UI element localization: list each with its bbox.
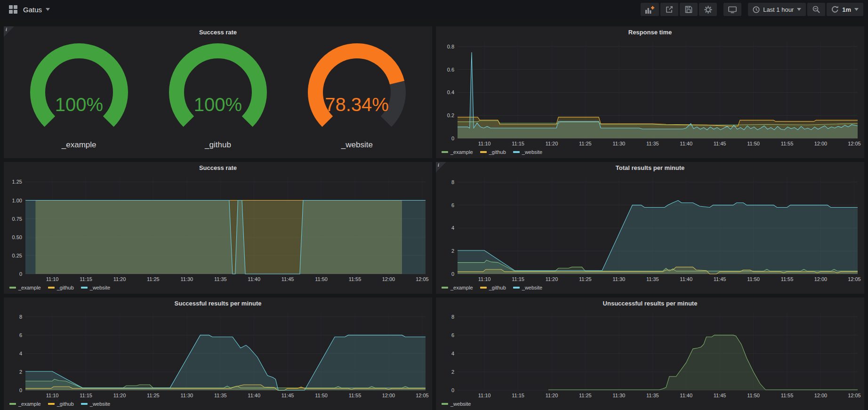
legend-swatch [480, 151, 487, 153]
x-tick-label: 11:20 [546, 393, 558, 398]
y-tick-label: 1.00 [12, 198, 22, 203]
x-tick-label: 11:15 [512, 141, 524, 146]
dashboard-title-dropdown[interactable]: Gatus [23, 6, 50, 14]
legend-item[interactable]: _github [480, 285, 506, 290]
refresh-interval-label: 1m [842, 6, 851, 13]
panel-title[interactable]: Success rate [4, 162, 432, 174]
refresh-icon [831, 6, 839, 13]
panel-title[interactable]: Successful results per minute [4, 297, 432, 309]
save-button[interactable] [680, 3, 698, 16]
dashboard-title: Gatus [23, 6, 42, 14]
legend-item[interactable]: _website [81, 285, 110, 290]
chart-plot[interactable]: 11:1011:1511:2011:2511:3011:3511:4011:45… [436, 38, 864, 148]
chart-area[interactable]: 11:1011:1511:2011:2511:3011:3511:4011:45… [436, 38, 864, 148]
chart-plot[interactable]: 11:1011:1511:2011:2511:3011:3511:4011:45… [436, 174, 864, 283]
navbar-left: Gatus [5, 5, 50, 14]
y-tick-label: 6 [451, 202, 454, 208]
gauge-figure: 100% [147, 39, 289, 139]
gauge: 100% [147, 39, 289, 139]
chart-area[interactable]: 11:1011:1511:2011:2511:3011:3511:4011:45… [4, 309, 432, 400]
x-tick-label: 12:05 [416, 393, 429, 398]
tv-mode-button[interactable] [723, 3, 741, 16]
legend-item[interactable]: _example [442, 149, 473, 155]
legend-item[interactable]: _github [480, 149, 506, 155]
chart-plot[interactable]: 11:1011:1511:2011:2511:3011:3511:4011:45… [4, 174, 432, 283]
chart-area[interactable]: 11:1011:1511:2011:2511:3011:3511:4011:45… [436, 309, 864, 400]
chart-legend: _example_github_website [4, 283, 432, 294]
x-tick-label: 11:50 [315, 276, 328, 282]
panel-title[interactable]: Success rate [4, 26, 432, 38]
chart-legend: _example_github_website [436, 148, 864, 158]
gauge-figure: 78.34% [286, 39, 427, 139]
zoom-out-button[interactable] [807, 3, 825, 16]
caret-down-icon [854, 8, 859, 11]
legend-label: _example [450, 285, 473, 290]
y-tick-label: 0.50 [12, 234, 22, 240]
y-tick-label: 8 [451, 179, 454, 185]
gauge-value: 100% [194, 94, 242, 115]
y-tick-label: 8 [19, 314, 22, 320]
add-panel-button[interactable] [641, 3, 659, 16]
legend-item[interactable]: _github [48, 401, 74, 407]
legend-label: _website [522, 149, 542, 155]
y-tick-label: 0.8 [447, 44, 454, 49]
legend-item[interactable]: _example [9, 285, 41, 290]
legend-item[interactable]: _website [513, 149, 542, 155]
y-tick-label: 2 [451, 369, 454, 375]
legend-swatch [81, 403, 88, 405]
panel-title[interactable]: Unsuccessful results per minute [436, 297, 864, 309]
series-area [25, 201, 426, 274]
legend-swatch [81, 287, 88, 289]
panel-title[interactable]: Response time [436, 26, 864, 38]
panel-title[interactable]: Total results per minute [436, 162, 864, 174]
x-tick-label: 12:00 [382, 276, 395, 282]
top-navbar: Gatus [0, 0, 868, 19]
gauge-value: 100% [55, 94, 103, 115]
y-tick-label: 4 [451, 225, 454, 231]
x-tick-label: 11:15 [512, 393, 524, 398]
info-icon: i [6, 27, 7, 32]
y-tick-label: 0 [451, 271, 454, 277]
x-tick-label: 11:25 [147, 276, 160, 282]
time-range-picker[interactable]: Last 1 hour [748, 3, 806, 16]
legend-item[interactable]: _website [513, 285, 542, 290]
legend-item[interactable]: _website [81, 401, 110, 407]
chart-area[interactable]: 11:1011:1511:2011:2511:3011:3511:4011:45… [4, 174, 432, 283]
chart-area[interactable]: 11:1011:1511:2011:2511:3011:3511:4011:45… [436, 174, 864, 283]
legend-item[interactable]: _example [9, 401, 41, 407]
y-tick-label: 6 [451, 332, 454, 338]
time-range-label: Last 1 hour [763, 6, 794, 13]
gauge-example: 100% _example [10, 39, 147, 155]
legend-label: _github [57, 285, 74, 290]
legend-item[interactable]: _github [48, 285, 74, 290]
x-tick-label: 12:00 [814, 276, 828, 282]
legend-swatch [513, 151, 520, 153]
refresh-button[interactable]: 1m [827, 3, 863, 16]
x-tick-label: 11:20 [113, 276, 126, 282]
info-icon: i [438, 162, 439, 168]
settings-button[interactable] [699, 3, 717, 16]
chart-plot[interactable]: 11:1011:1511:2011:2511:3011:3511:4011:45… [436, 309, 864, 400]
panel-successful-results: Successful results per minute 11:1011:15… [4, 297, 432, 410]
x-tick-label: 11:50 [747, 276, 760, 282]
x-tick-label: 12:00 [814, 141, 828, 146]
x-tick-label: 11:45 [714, 141, 726, 146]
x-tick-label: 11:35 [214, 393, 227, 398]
legend-swatch [9, 287, 16, 289]
x-tick-label: 11:30 [181, 276, 193, 282]
y-tick-label: 0 [19, 387, 22, 393]
panel-total-results: i Total results per minute 11:1011:1511:… [436, 162, 864, 294]
legend-label: _website [450, 401, 471, 407]
share-button[interactable] [660, 3, 678, 16]
x-tick-label: 11:30 [181, 393, 193, 398]
x-tick-label: 12:05 [848, 393, 861, 398]
legend-item[interactable]: _website [442, 401, 471, 407]
y-tick-label: 0.4 [447, 89, 454, 95]
grid-icon[interactable] [8, 5, 18, 14]
x-tick-label: 11:55 [781, 276, 794, 282]
legend-item[interactable]: _example [442, 285, 473, 290]
x-tick-label: 11:50 [747, 393, 760, 398]
x-tick-label: 11:15 [512, 276, 524, 282]
chart-legend: _website [436, 400, 864, 410]
chart-plot[interactable]: 11:1011:1511:2011:2511:3011:3511:4011:45… [4, 309, 432, 400]
